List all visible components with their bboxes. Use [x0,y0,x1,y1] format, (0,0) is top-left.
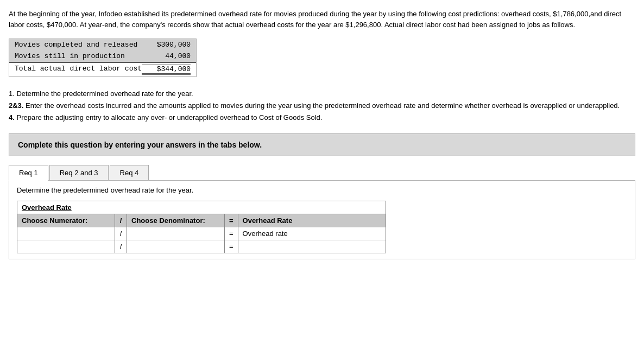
question-4-rest: Prepare the adjusting entry to allocate … [15,113,323,122]
tab-req4-label: Req 4 [120,169,139,177]
tabs-container: Req 1 Req 2 and 3 Req 4 [9,165,635,181]
col-result-header: Overhead Rate [238,214,386,227]
result-cell-2 [238,240,386,253]
tab-req23-label: Req 2 and 3 [60,169,98,177]
numerator-cell-1[interactable] [17,227,115,240]
overhead-row-1: / = Overhead rate [17,227,386,240]
divider-cell-1: / [115,227,127,240]
overhead-row-2: / = [17,240,386,253]
cost-row-total: Total actual direct labor cost $344,000 [9,62,196,76]
tab-instruction: Determine the predetermined overhead rat… [17,186,627,194]
numerator-input-2[interactable] [22,242,110,251]
col-divider-header: / [115,214,127,227]
question-1: 1. Determine the predetermined overhead … [9,88,635,100]
question-23-bold: 2&3. [9,101,23,110]
tab-req4[interactable]: Req 4 [110,165,149,180]
cost-amount-completed: $300,000 [142,41,191,49]
cost-amount-total: $344,000 [142,65,191,75]
denominator-cell-2[interactable] [127,240,225,253]
question-4: 4. Prepare the adjusting entry to alloca… [9,112,635,124]
col-numerator-header: Choose Numerator: [17,214,115,227]
tab-req1[interactable]: Req 1 [9,165,48,181]
cost-row-completed: Movies completed and released $300,000 [9,39,196,50]
result-cell-1: Overhead rate [238,227,386,240]
cost-amount-production: 44,000 [142,52,191,60]
divider-cell-2: / [115,240,127,253]
equals-cell-1: = [225,227,238,240]
col-denominator-header: Choose Denominator: [127,214,225,227]
intro-paragraph: At the beginning of the year, Infodeo es… [9,9,635,30]
question-23-rest: Enter the overhead costs incurred and th… [23,101,620,110]
overhead-header-row: Choose Numerator: / Choose Denominator: … [17,214,386,227]
numerator-cell-2[interactable] [17,240,115,253]
col-equals-header: = [225,214,238,227]
overhead-title-row: Overhead Rate [17,201,386,214]
overhead-rate-table: Overhead Rate Choose Numerator: / Choose… [17,201,386,253]
denominator-cell-1[interactable] [127,227,225,240]
complete-box-text: Complete this question by entering your … [18,141,262,149]
tab-req1-label: Req 1 [19,169,38,177]
overhead-title: Overhead Rate [17,201,386,214]
cost-row-production: Movies still in production 44,000 [9,50,196,62]
cost-label-completed: Movies completed and released [15,41,142,49]
denominator-input-2[interactable] [131,242,220,251]
cost-label-total: Total actual direct labor cost [15,65,142,75]
questions-section: 1. Determine the predetermined overhead … [9,88,635,124]
question-4-bold: 4. [9,113,15,122]
denominator-input-1[interactable] [131,229,220,238]
complete-box: Complete this question by entering your … [9,133,635,156]
equals-cell-2: = [225,240,238,253]
tab-content-area: Determine the predetermined overhead rat… [9,181,635,259]
tab-req23[interactable]: Req 2 and 3 [49,165,109,180]
cost-table: Movies completed and released $300,000 M… [9,39,197,77]
numerator-input-1[interactable] [22,229,110,238]
cost-label-production: Movies still in production [15,52,142,60]
question-23: 2&3. Enter the overhead costs incurred a… [9,100,635,112]
